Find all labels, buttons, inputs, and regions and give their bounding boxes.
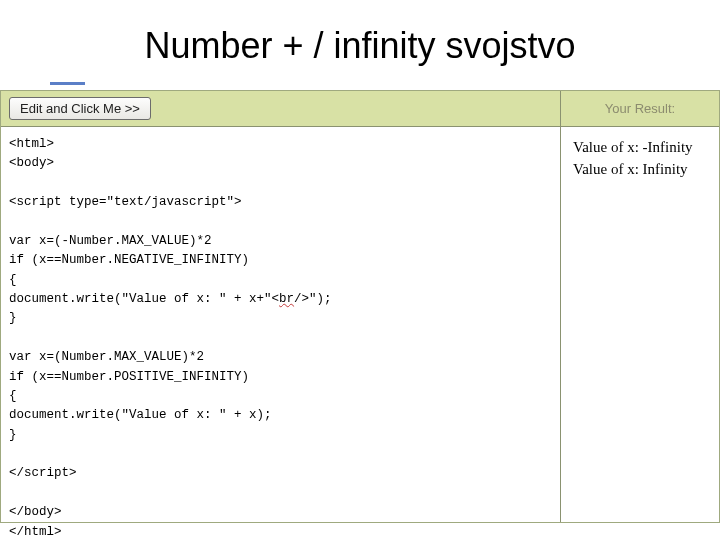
code-line: } — [9, 428, 17, 442]
code-panel[interactable]: <html> <body> <script type="text/javascr… — [1, 127, 561, 522]
code-line: if (x==Number.POSITIVE_INFINITY) — [9, 370, 249, 384]
result-line-1: Value of x: -Infinity — [573, 137, 707, 159]
header-row: Edit and Click Me >> Your Result: — [1, 91, 719, 127]
code-line: document.write("Value of x: " + x+"< — [9, 292, 279, 306]
header-left: Edit and Click Me >> — [1, 91, 561, 126]
code-line: document.write("Value of x: " + x); — [9, 408, 272, 422]
code-line: { — [9, 273, 17, 287]
code-line: { — [9, 389, 17, 403]
code-line: var x=(Number.MAX_VALUE)*2 — [9, 350, 204, 364]
code-line: var x=(-Number.MAX_VALUE)*2 — [9, 234, 212, 248]
code-line: if (x==Number.NEGATIVE_INFINITY) — [9, 253, 249, 267]
code-line: <script type="text/javascript"> — [9, 195, 242, 209]
code-line: <html> — [9, 137, 54, 151]
tryit-container: Edit and Click Me >> Your Result: <html>… — [0, 90, 720, 523]
accent-line — [50, 82, 85, 85]
code-line: />"); — [294, 292, 332, 306]
code-line: </html> — [9, 525, 62, 539]
slide-title: Number + / infinity svojstvo — [0, 0, 720, 82]
code-squiggle-br: br — [279, 292, 294, 306]
body-row: <html> <body> <script type="text/javascr… — [1, 127, 719, 522]
code-line: </body> — [9, 505, 62, 519]
result-panel: Value of x: -Infinity Value of x: Infini… — [561, 127, 719, 522]
result-line-2: Value of x: Infinity — [573, 159, 707, 181]
your-result-label: Your Result: — [561, 91, 719, 126]
code-line: </script> — [9, 466, 77, 480]
code-line: <body> — [9, 156, 54, 170]
edit-and-click-button[interactable]: Edit and Click Me >> — [9, 97, 151, 120]
code-line: } — [9, 311, 17, 325]
